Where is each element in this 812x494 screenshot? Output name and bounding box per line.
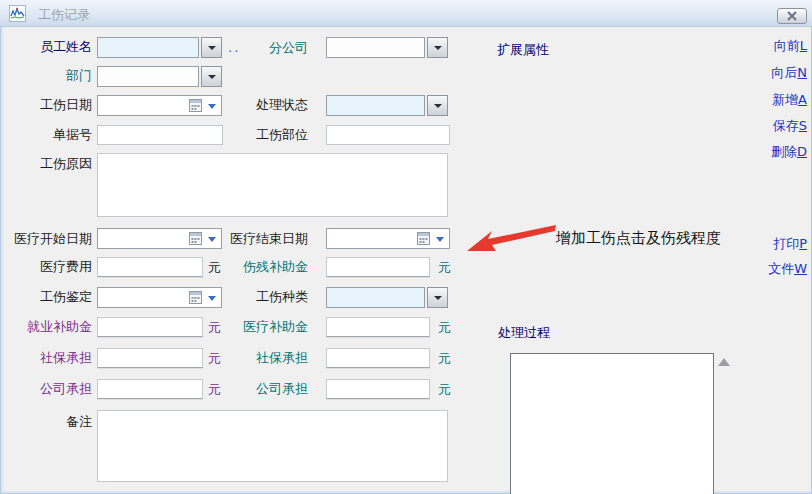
disability-subsidy-input[interactable] <box>326 257 430 277</box>
unit-label: 元 <box>438 350 451 368</box>
calendar-icon <box>417 232 430 245</box>
medical-start-picker[interactable] <box>97 228 222 249</box>
company-right-input[interactable] <box>326 379 430 399</box>
action-backward[interactable]: 向后N <box>771 64 807 82</box>
medical-subsidy-input[interactable] <box>326 317 430 337</box>
calendar-icon <box>189 232 202 245</box>
medical-cost-input[interactable] <box>97 257 203 277</box>
remarks-label: 备注 <box>4 414 92 430</box>
employee-name-value[interactable] <box>97 37 199 58</box>
extended-properties-label: 扩展属性 <box>497 42 577 58</box>
chevron-down-icon <box>208 75 216 79</box>
injury-assessment-label: 工伤鉴定 <box>4 289 92 305</box>
calendar-icon <box>189 291 202 304</box>
unit-label: 元 <box>438 259 451 277</box>
action-delete[interactable]: 删除D <box>771 143 807 161</box>
doc-no-input[interactable] <box>97 125 223 145</box>
department-combo[interactable] <box>97 66 222 87</box>
social-security-left-label: 社保承担 <box>4 350 92 366</box>
remarks-textarea[interactable] <box>97 410 448 482</box>
social-security-right-label: 社保承担 <box>222 350 308 366</box>
injury-type-value[interactable] <box>326 287 425 308</box>
status-value[interactable] <box>326 95 425 116</box>
scroll-up-icon[interactable] <box>718 358 730 366</box>
injury-part-label: 工伤部位 <box>222 127 308 143</box>
process-label: 处理过程 <box>498 325 578 341</box>
chevron-down-icon <box>208 237 216 242</box>
employee-name-combo[interactable] <box>97 37 222 58</box>
unit-label: 元 <box>438 319 451 337</box>
branch-label: 分公司 <box>222 40 308 56</box>
medical-start-label: 医疗开始日期 <box>4 231 92 247</box>
annotation-arrow-icon <box>466 222 558 256</box>
injury-date-picker[interactable] <box>97 95 222 116</box>
titlebar: 工伤记录 <box>0 0 812 27</box>
injury-type-label: 工伤种类 <box>222 289 308 305</box>
calendar-icon <box>189 99 202 112</box>
department-label: 部门 <box>4 68 92 84</box>
status-dropdown-button[interactable] <box>427 95 448 116</box>
annotation-text: 增加工伤点击及伤残程度 <box>556 229 721 248</box>
unit-label: 元 <box>438 381 451 399</box>
close-icon <box>786 11 798 21</box>
medical-end-picker[interactable] <box>326 228 450 249</box>
chevron-down-icon <box>434 296 442 300</box>
medical-subsidy-label: 医疗补助金 <box>222 319 308 335</box>
doc-no-label: 单据号 <box>4 127 92 143</box>
unit-label: 元 <box>208 259 221 277</box>
injury-assessment-picker[interactable] <box>97 287 222 308</box>
action-add[interactable]: 新增A <box>772 91 807 109</box>
action-file[interactable]: 文件W <box>768 260 807 278</box>
chevron-down-icon <box>434 104 442 108</box>
status-combo[interactable] <box>326 95 448 116</box>
employment-subsidy-input[interactable] <box>97 317 203 337</box>
injury-type-dropdown-button[interactable] <box>427 287 448 308</box>
department-dropdown-button[interactable] <box>201 66 222 87</box>
medical-cost-label: 医疗费用 <box>4 259 92 275</box>
injury-part-input[interactable] <box>326 125 450 145</box>
medical-end-label: 医疗结束日期 <box>222 231 308 247</box>
unit-label: 元 <box>208 350 221 368</box>
company-left-input[interactable] <box>97 379 203 399</box>
app-icon <box>9 5 26 22</box>
action-forward[interactable]: 向前L <box>774 37 807 55</box>
chevron-down-icon <box>208 104 216 109</box>
social-security-left-input[interactable] <box>97 348 203 368</box>
action-save[interactable]: 保存S <box>773 117 807 135</box>
branch-value[interactable] <box>326 37 425 58</box>
unit-label: 元 <box>208 381 221 399</box>
injury-cause-label: 工伤原因 <box>4 156 92 172</box>
action-print[interactable]: 打印P <box>773 235 807 253</box>
social-security-right-input[interactable] <box>326 348 430 368</box>
chevron-down-icon <box>208 296 216 301</box>
employee-name-label: 员工姓名 <box>4 39 92 55</box>
unit-label: 元 <box>208 319 221 337</box>
injury-cause-textarea[interactable] <box>97 153 448 217</box>
window-title: 工伤记录 <box>38 6 90 24</box>
company-left-label: 公司承担 <box>4 381 92 397</box>
department-value[interactable] <box>97 66 199 87</box>
branch-combo[interactable] <box>326 37 448 58</box>
chevron-down-icon <box>436 237 444 242</box>
status-label: 处理状态 <box>222 97 308 113</box>
close-button[interactable] <box>777 8 807 24</box>
employee-name-dropdown-button[interactable] <box>201 37 222 58</box>
work-injury-record-window: 工伤记录 员工姓名 .. 分公司 部门 工伤日期 处理状态 <box>0 0 812 494</box>
branch-dropdown-button[interactable] <box>427 37 448 58</box>
company-right-label: 公司承担 <box>222 381 308 397</box>
chevron-down-icon <box>208 46 216 50</box>
chevron-down-icon <box>434 46 442 50</box>
process-textarea[interactable] <box>510 353 714 494</box>
disability-subsidy-label: 伤残补助金 <box>222 259 308 275</box>
employment-subsidy-label: 就业补助金 <box>4 319 92 335</box>
injury-date-label: 工伤日期 <box>4 97 92 113</box>
injury-type-combo[interactable] <box>326 287 448 308</box>
